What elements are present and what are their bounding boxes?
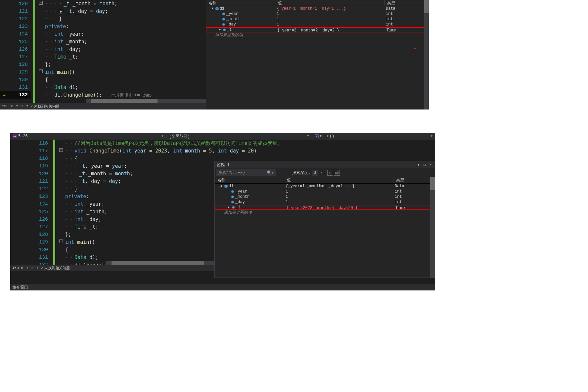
tool-icon[interactable]: ⊞ (327, 170, 333, 176)
line-number: 124 (10, 200, 51, 208)
zoom-dropdown-icon[interactable]: ▼ (25, 266, 29, 270)
search-input[interactable]: 搜索(Ctrl+E)🔍▾ (216, 169, 276, 176)
line-number: 120 (10, 170, 51, 178)
maximize-icon[interactable]: □ (422, 162, 427, 167)
search-depth: 搜索深度: 3 ▼ (292, 170, 324, 176)
zoom-level[interactable]: 150 % (10, 266, 25, 270)
fold-toggle[interactable]: − (59, 240, 63, 243)
line-number: 128 (10, 231, 51, 239)
next-icon[interactable]: → (284, 170, 290, 176)
line-number: 131 (0, 84, 31, 91)
add-watch-item[interactable]: 添加要监视的项 (206, 32, 429, 38)
col-value[interactable]: 值 (275, 0, 384, 6)
line-number: 127 (10, 223, 51, 231)
var-value: 1 (284, 194, 393, 199)
code-lines[interactable]: · · · · _t._month = month; · · · ▶ _t._d… (45, 0, 206, 99)
var-type: Time (385, 28, 428, 32)
prev-icon[interactable]: ← (278, 170, 284, 176)
ok-icon: ✔ (31, 104, 33, 109)
fold-toggle[interactable]: − (39, 1, 43, 5)
nav-function[interactable]: main() ▼ (312, 134, 435, 139)
timing-hint: 已用时间 <= 3ms (111, 92, 152, 98)
var-value: {_year=1 _month=1 _day=1 ...} (284, 184, 393, 189)
line-number: 125 (10, 208, 51, 216)
vertical-scrollbar[interactable] (430, 177, 435, 278)
nav-scope[interactable]: (全局范围) ▼ (166, 134, 312, 139)
zoom-dropdown-icon[interactable]: ▼ (15, 105, 19, 108)
depth-value[interactable]: 3 (312, 170, 318, 176)
depth-dropdown-icon[interactable]: ▼ (319, 171, 324, 174)
col-name[interactable]: 名称 (215, 177, 284, 183)
var-type: int (384, 22, 429, 27)
watch-row[interactable]: ▶_t{_year=2023 _month=5 _day=20 }Time (215, 205, 435, 210)
navigation-bar: ++ 5.26 ▼ (全局范围) ▼ main() ▼ (10, 133, 435, 140)
fold-toggle[interactable]: − (39, 69, 43, 73)
dropdown-icon[interactable]: ▼ (307, 135, 309, 138)
var-name: _month (226, 17, 241, 22)
issues-text: 未找到相关问题 (34, 104, 60, 109)
change-bar (33, 0, 35, 109)
vertical-scrollbar[interactable] (424, 0, 429, 109)
nav-file[interactable]: ++ 5.26 ▼ (10, 134, 166, 139)
close-icon[interactable]: ✕ (428, 162, 433, 167)
tool-icon[interactable]: ab (334, 170, 340, 176)
line-gutter: 120 121 122 123 124 125 126 127 128 129 … (0, 0, 31, 99)
var-value: 1 (284, 199, 393, 205)
expand-toggle[interactable]: ▲ (210, 6, 214, 11)
dropdown-icon[interactable]: ▼ (431, 135, 432, 138)
watch-row[interactable]: _day1int (215, 199, 435, 205)
code-editor-1[interactable]: 120 121 122 123 124 125 126 127 128 129 … (0, 0, 206, 109)
line-number: 126 (10, 216, 51, 223)
watch-row[interactable]: _day1int (206, 22, 429, 27)
watch-row[interactable]: _year1int (215, 189, 435, 194)
add-watch-item[interactable]: 添加要监视的项 (215, 210, 435, 215)
watch-row[interactable]: _month1int (206, 17, 429, 22)
var-type: Time (394, 205, 434, 209)
var-value: 1 (275, 11, 384, 17)
expand-toggle[interactable]: ▶ (227, 205, 231, 209)
function-icon (315, 134, 319, 138)
col-type[interactable]: 类型 (393, 177, 435, 183)
var-value: 1 (275, 17, 384, 22)
watch-row[interactable]: ▶_t{_year=2 _month=2 _day=2 }Time (206, 27, 429, 32)
analysis-icon: ⟳ (31, 266, 34, 270)
object-icon (224, 184, 228, 188)
fold-toggle[interactable]: − (59, 148, 63, 152)
top-debugger-panel: 120 121 122 123 124 125 126 127 128 129 … (0, 0, 429, 109)
zoom-level[interactable]: 150 % (0, 104, 15, 108)
var-type: int (393, 194, 435, 199)
line-number: 127 (0, 53, 31, 61)
expand-toggle[interactable]: ▲ (219, 184, 223, 189)
line-number: 124 (0, 30, 31, 38)
col-name[interactable]: 名称 (206, 0, 275, 6)
ok-icon: ✔ (41, 266, 43, 270)
var-type: Data (393, 184, 435, 189)
line-number: 126 (0, 46, 31, 53)
var-type: int (384, 11, 429, 17)
var-name: _day (235, 199, 245, 205)
command-window-tab[interactable]: 命令窗口 (10, 284, 435, 290)
var-value: {_year=1 _month=1 _day=1 ...} (275, 6, 384, 11)
window-menu-icon[interactable]: ▼ (416, 162, 421, 167)
watch-titlebar[interactable]: 监视 1 ▼ □ ✕ (215, 161, 435, 168)
watch-row[interactable]: ▲d1{_year=1 _month=1 _day=1 ...}Data (215, 184, 435, 189)
line-number: 116 (10, 140, 51, 147)
col-value[interactable]: 值 (284, 177, 393, 183)
watch-row[interactable]: _month1int (215, 194, 435, 199)
line-number: 119 (10, 162, 51, 170)
field-icon (222, 12, 226, 16)
field-icon (222, 22, 226, 26)
issues-text: 未找到相关问题 (44, 266, 70, 271)
var-type: Data (384, 6, 429, 11)
watch-row[interactable]: ▲d1{_year=1 _month=1 _day=1 ...}Data (206, 6, 429, 11)
expand-toggle[interactable]: ▶ (218, 28, 222, 32)
var-type: int (393, 199, 435, 205)
dropdown-icon[interactable]: ▼ (162, 135, 163, 138)
watch-title: 监视 1 (217, 162, 229, 168)
change-bar (53, 140, 55, 271)
watch-row[interactable]: _year1int (206, 11, 429, 17)
line-number: 131 (10, 254, 51, 261)
horizontal-scrollbar[interactable] (86, 99, 206, 103)
watch-rows: ▲d1{_year=1 _month=1 _day=1 ...}Data_yea… (206, 6, 429, 32)
col-type[interactable]: 类型 (384, 0, 429, 6)
